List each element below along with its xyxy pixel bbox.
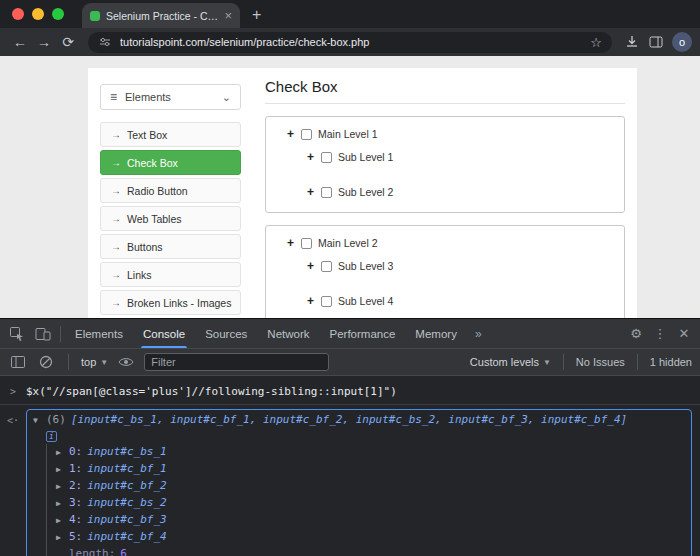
tree-row: + Sub Level 1 <box>266 150 624 165</box>
sidebar-item-links[interactable]: → Links <box>100 262 241 287</box>
sidebar-item-radio-button[interactable]: → Radio Button <box>100 178 241 203</box>
expander-collapsed-icon[interactable]: ▶ <box>56 479 64 495</box>
tab-close-icon[interactable]: × <box>224 9 232 22</box>
checkbox[interactable] <box>301 238 312 249</box>
length-key: length: <box>69 546 115 556</box>
checkbox[interactable] <box>321 296 332 307</box>
tab-memory[interactable]: Memory <box>405 319 467 348</box>
expander-expanded-icon[interactable]: ▼ <box>33 413 41 429</box>
window-minimize-button[interactable] <box>32 8 44 20</box>
url-text[interactable]: tutorialspoint.com/selenium/practice/che… <box>120 36 582 48</box>
site-settings-icon[interactable] <box>98 35 112 49</box>
console-filter-input[interactable] <box>144 353 329 371</box>
length-value: 6 <box>120 546 127 556</box>
expander-collapsed-icon[interactable]: ▶ <box>56 513 64 529</box>
device-toolbar-icon[interactable] <box>30 321 56 347</box>
back-icon[interactable]: ← <box>8 30 32 54</box>
kebab-menu-icon[interactable]: ⋮ <box>648 322 672 346</box>
settings-gear-icon[interactable]: ⚙ <box>624 322 648 346</box>
entry-value[interactable]: input#c_bf_3 <box>87 512 166 528</box>
entry-value[interactable]: input#c_bf_1 <box>87 461 166 477</box>
tree-label: Sub Level 4 <box>338 294 393 309</box>
entry-value[interactable]: input#c_bs_1 <box>87 444 166 460</box>
arrow-icon: → <box>111 185 121 196</box>
hidden-messages-count[interactable]: 1 hidden <box>650 356 692 368</box>
sidebar-item-buttons[interactable]: → Buttons <box>100 234 241 259</box>
expander-collapsed-icon[interactable]: ▶ <box>56 445 64 461</box>
new-tab-button[interactable]: + <box>252 6 261 24</box>
console-sidebar-icon[interactable] <box>8 352 28 372</box>
sidebar-item-web-tables[interactable]: → Web Tables <box>100 206 241 231</box>
sidebar-item-label: Broken Links - Images <box>127 297 231 309</box>
checkbox[interactable] <box>321 152 332 163</box>
expand-plus-icon[interactable]: + <box>306 185 315 200</box>
profile-avatar[interactable]: o <box>672 32 692 52</box>
clear-console-icon[interactable] <box>36 352 56 372</box>
chevron-down-icon: ▼ <box>543 358 551 367</box>
tree-label: Sub Level 3 <box>338 259 393 274</box>
entry-value[interactable]: input#c_bs_2 <box>87 495 166 511</box>
tree-row: + Main Level 1 <box>266 127 624 142</box>
return-value-icon: <· <box>0 409 26 429</box>
window-controls <box>0 0 74 28</box>
tab-network[interactable]: Network <box>257 319 319 348</box>
array-entry: ▶ 0: input#c_bs_1 <box>56 444 685 461</box>
browser-tab-strip: Selenium Practice - Check B × + <box>0 0 700 28</box>
sidebar-item-label: Links <box>127 269 152 281</box>
download-icon[interactable] <box>620 30 644 54</box>
checkbox[interactable] <box>321 187 332 198</box>
tree-label: Sub Level 2 <box>338 185 393 200</box>
eye-icon[interactable] <box>116 352 136 372</box>
sidebar-item-label: Radio Button <box>127 185 188 197</box>
sidebar-item-label: Web Tables <box>127 213 181 225</box>
inspect-element-icon[interactable] <box>4 321 30 347</box>
side-panel-icon[interactable] <box>644 30 668 54</box>
checkbox[interactable] <box>301 129 312 140</box>
tab-console[interactable]: Console <box>133 319 195 348</box>
expander-collapsed-icon[interactable]: ▶ <box>56 530 64 546</box>
panel-title: Elements <box>125 91 214 103</box>
issues-counter[interactable]: No Issues <box>576 356 625 368</box>
expand-plus-icon[interactable]: + <box>286 236 295 251</box>
browser-tab[interactable]: Selenium Practice - Check B × <box>82 3 240 28</box>
entry-key: 2: <box>69 478 82 494</box>
tab-performance[interactable]: Performance <box>320 319 406 348</box>
sidebar-item-label: Text Box <box>127 129 167 141</box>
more-tabs-icon[interactable]: » <box>467 327 490 341</box>
arrow-icon: → <box>111 269 121 280</box>
info-icon[interactable]: i <box>46 431 57 442</box>
sidebar-item-check-box[interactable]: → Check Box <box>100 150 241 175</box>
devtools-controls: ⚙ ⋮ ✕ <box>624 322 696 346</box>
entry-key: 3: <box>69 495 82 511</box>
address-bar[interactable]: tutorialspoint.com/selenium/practice/che… <box>88 32 612 53</box>
context-selector[interactable]: top ▼ <box>81 356 108 368</box>
log-levels-dropdown[interactable]: Custom levels ▼ <box>470 356 551 368</box>
prompt-icon: > <box>0 380 26 400</box>
sidebar-item-text-box[interactable]: → Text Box <box>100 122 241 147</box>
window-zoom-button[interactable] <box>52 8 64 20</box>
reload-icon[interactable]: ⟳ <box>56 30 80 54</box>
sidebar-item-broken-links[interactable]: → Broken Links - Images <box>100 290 241 315</box>
forward-icon[interactable]: → <box>32 30 56 54</box>
console-output: > $x("//span[@class='plus']//following-s… <box>0 378 700 556</box>
bookmark-star-icon[interactable]: ☆ <box>590 35 602 50</box>
tab-sources[interactable]: Sources <box>195 319 257 348</box>
entry-key: 0: <box>69 444 82 460</box>
close-devtools-icon[interactable]: ✕ <box>672 322 696 346</box>
entry-value[interactable]: input#c_bf_2 <box>87 478 166 494</box>
expand-plus-icon[interactable]: + <box>306 294 315 309</box>
array-entry: ▶ 4: input#c_bf_3 <box>56 512 685 529</box>
expand-plus-icon[interactable]: + <box>306 259 315 274</box>
tab-elements[interactable]: Elements <box>65 319 133 348</box>
elements-panel-header[interactable]: ≡ Elements ⌄ <box>100 84 241 110</box>
expand-plus-icon[interactable]: + <box>306 150 315 165</box>
window-close-button[interactable] <box>12 8 24 20</box>
expander-collapsed-icon[interactable]: ▶ <box>56 462 64 478</box>
checkbox[interactable] <box>321 261 332 272</box>
log-levels-label: Custom levels <box>470 356 539 368</box>
expand-plus-icon[interactable]: + <box>286 127 295 142</box>
expander-collapsed-icon[interactable]: ▶ <box>56 496 64 512</box>
entry-value[interactable]: input#c_bf_4 <box>87 529 166 545</box>
console-result-selection[interactable]: ▼ (6) [input#c_bs_1, input#c_bf_1, input… <box>26 409 692 556</box>
console-command-text[interactable]: $x("//span[@class='plus']//following-sib… <box>26 380 397 400</box>
